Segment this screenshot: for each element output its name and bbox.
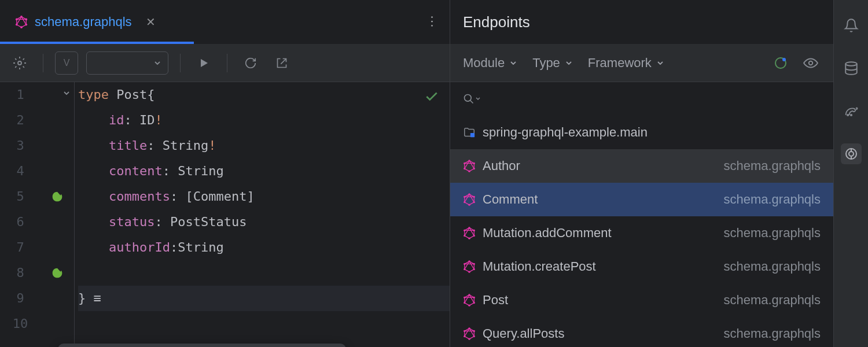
line-number: 7 <box>0 235 41 260</box>
file-tab[interactable]: schema.graphqls ✕ <box>10 0 160 44</box>
code-line[interactable] <box>78 311 450 337</box>
line-number: 5 <box>0 184 41 209</box>
endpoints-search[interactable] <box>450 82 833 116</box>
line-number: 6 <box>0 209 41 235</box>
filter-type[interactable]: Type <box>532 56 573 71</box>
svg-point-25 <box>473 230 475 231</box>
module-row[interactable]: spring-graphql-example.main <box>450 116 833 149</box>
svg-point-1 <box>25 19 27 21</box>
svg-point-50 <box>850 115 851 116</box>
code-editor[interactable]: 12345678910 type Post{ id: ID! title: St… <box>0 82 450 347</box>
svg-point-5 <box>16 19 18 21</box>
svg-point-22 <box>464 201 465 203</box>
svg-point-46 <box>464 335 465 337</box>
svg-point-8 <box>782 58 786 61</box>
svg-point-32 <box>473 268 475 270</box>
tab-menu-icon[interactable]: ⋯ <box>425 15 440 29</box>
svg-point-16 <box>464 168 465 169</box>
endpoint-row[interactable]: Query.allPostsschema.graphqls <box>450 317 833 347</box>
gutter: 12345678910 <box>0 82 74 347</box>
line-number: 3 <box>0 133 41 158</box>
svg-point-30 <box>468 260 470 262</box>
svg-point-37 <box>473 297 475 298</box>
eye-icon[interactable] <box>801 53 821 73</box>
endpoints-panel: Endpoints ModuleTypeFramework spring-gra… <box>450 0 833 347</box>
endpoints-list: spring-graphql-example.mainAuthorschema.… <box>450 116 833 347</box>
code-line[interactable]: comments: [Comment] <box>78 184 450 209</box>
run-icon[interactable] <box>192 51 215 75</box>
svg-point-0 <box>20 16 23 18</box>
endpoints-filters: ModuleTypeFramework <box>450 44 833 82</box>
code-line[interactable]: id: ID! <box>78 108 450 133</box>
svg-point-41 <box>464 297 465 298</box>
database-icon[interactable] <box>841 58 862 79</box>
search-icon <box>463 93 480 105</box>
endpoint-row[interactable]: Commentschema.graphqls <box>450 183 833 216</box>
settings-icon[interactable] <box>8 51 31 75</box>
line-number: 4 <box>0 158 41 184</box>
code-line[interactable]: status: PostStatus <box>78 209 450 235</box>
fold-toggle-icon[interactable] <box>62 89 71 97</box>
endpoint-row[interactable]: Postschema.graphqls <box>450 283 833 317</box>
graphql-icon <box>15 16 28 28</box>
code-line[interactable]: } ≡ <box>78 286 450 311</box>
config-dropdown[interactable] <box>86 51 168 75</box>
endpoint-row[interactable]: Mutation.createPostschema.graphqls <box>450 250 833 283</box>
svg-point-42 <box>468 327 470 329</box>
line-number: 8 <box>0 260 41 286</box>
spring-mapping-icon[interactable] <box>52 184 63 209</box>
endpoint-row[interactable]: Authorschema.graphqls <box>450 149 833 183</box>
svg-point-2 <box>25 24 27 26</box>
right-tool-rail <box>833 0 868 347</box>
endpoint-row[interactable]: Mutation.addCommentschema.graphqls <box>450 216 833 250</box>
line-number: 10 <box>0 311 41 337</box>
svg-point-36 <box>468 294 470 296</box>
svg-point-24 <box>468 227 470 228</box>
svg-point-18 <box>468 193 470 195</box>
svg-point-40 <box>464 302 465 304</box>
svg-point-34 <box>464 268 465 270</box>
code-line[interactable]: content: String <box>78 158 450 184</box>
svg-rect-11 <box>470 133 475 137</box>
endpoints-title: Endpoints <box>463 13 530 31</box>
line-number: 2 <box>0 108 41 133</box>
svg-point-47 <box>464 330 465 332</box>
svg-point-39 <box>468 305 470 307</box>
notifications-icon[interactable] <box>841 15 862 36</box>
svg-point-10 <box>465 95 472 102</box>
code-line[interactable] <box>78 260 450 286</box>
code-line[interactable]: title: String! <box>78 133 450 158</box>
svg-point-14 <box>473 168 475 169</box>
svg-point-12 <box>468 160 470 161</box>
svg-point-28 <box>464 235 465 237</box>
svg-point-48 <box>845 62 857 66</box>
variables-button[interactable]: V <box>55 51 78 75</box>
line-number: 1 <box>0 82 41 108</box>
close-tab-icon[interactable]: ✕ <box>146 15 156 29</box>
svg-point-21 <box>468 204 470 206</box>
svg-point-4 <box>16 24 18 26</box>
http-client-icon[interactable] <box>771 53 790 73</box>
active-tab-indicator <box>0 42 194 44</box>
svg-point-35 <box>464 263 465 265</box>
svg-point-45 <box>468 338 470 340</box>
svg-point-6 <box>18 61 21 65</box>
filter-framework[interactable]: Framework <box>588 56 664 71</box>
endpoints-icon[interactable] <box>841 143 862 164</box>
refresh-icon[interactable] <box>239 51 262 75</box>
gradle-icon[interactable] <box>841 101 862 121</box>
tab-bar: schema.graphqls ✕ ⋯ <box>0 0 450 44</box>
svg-point-49 <box>847 115 848 116</box>
svg-point-15 <box>468 171 470 172</box>
svg-point-27 <box>468 238 470 239</box>
svg-point-31 <box>473 263 475 265</box>
svg-point-20 <box>473 201 475 203</box>
open-external-icon[interactable] <box>270 51 293 75</box>
spring-mapping-icon[interactable] <box>52 260 63 286</box>
code-line[interactable]: authorId:String <box>78 235 450 260</box>
filter-module[interactable]: Module <box>463 56 517 71</box>
svg-point-52 <box>849 152 854 156</box>
svg-point-38 <box>473 302 475 304</box>
code-line[interactable]: type Post{ <box>78 82 450 108</box>
editor-toolbar: V <box>0 44 450 82</box>
